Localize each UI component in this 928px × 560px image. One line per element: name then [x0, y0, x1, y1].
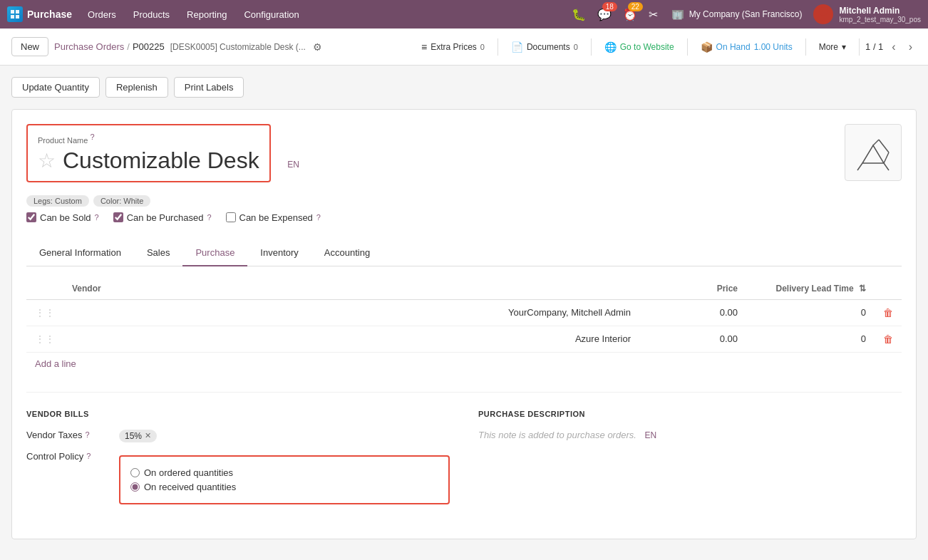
- update-quantity-button[interactable]: Update Quantity: [11, 77, 100, 98]
- product-name-label: Product Name ?: [38, 133, 259, 145]
- product-name-left: Product Name ? ☆ Customizable Desk EN Le…: [26, 124, 845, 229]
- tags-row: Legs: Custom Color: White: [26, 195, 845, 207]
- svg-line-6: [857, 163, 862, 170]
- can-be-expensed-help[interactable]: ?: [316, 213, 321, 222]
- can-be-sold-help[interactable]: ?: [95, 213, 99, 222]
- user-avatar[interactable]: [813, 4, 833, 24]
- user-name: Mitchell Admin: [839, 6, 921, 16]
- nav-configuration[interactable]: Configuration: [235, 0, 307, 28]
- tax-badge: 15% ✕: [119, 430, 157, 442]
- nav-reporting[interactable]: Reporting: [178, 0, 235, 28]
- can-be-sold-checkbox[interactable]: [26, 212, 36, 222]
- can-be-expensed-checkbox[interactable]: [226, 212, 236, 222]
- delete-vendor-2[interactable]: 🗑: [883, 333, 893, 345]
- svg-marker-5: [862, 145, 884, 163]
- app-name: Purchase: [27, 9, 72, 20]
- nav-orders[interactable]: Orders: [79, 0, 125, 28]
- purchase-description-section: PURCHASE DESCRIPTION This note is added …: [478, 410, 902, 513]
- radio-received-label: On received quantities: [144, 482, 236, 492]
- vendor-price-2[interactable]: 0.00: [720, 333, 738, 344]
- radio-ordered-input[interactable]: [130, 468, 140, 477]
- scissors-icon[interactable]: ✂: [646, 5, 661, 24]
- nav-products[interactable]: Products: [125, 0, 178, 28]
- product-title: ☆ Customizable Desk: [38, 147, 259, 174]
- can-be-purchased-help[interactable]: ?: [207, 213, 211, 222]
- product-name-text[interactable]: Customizable Desk: [63, 147, 259, 174]
- divider-3: [687, 38, 688, 56]
- breadcrumb-parent[interactable]: Purchase Orders: [54, 41, 124, 52]
- svg-line-8: [873, 140, 879, 145]
- company-building-icon: 🏢: [672, 10, 684, 19]
- vendor-lead-2[interactable]: 0: [861, 333, 866, 344]
- tab-general-information[interactable]: General Information: [26, 240, 134, 266]
- purchase-desc-en-badge[interactable]: EN: [644, 430, 656, 440]
- tab-inventory[interactable]: Inventory: [247, 240, 311, 266]
- documents-button[interactable]: 📄 Documents 0: [504, 38, 585, 56]
- debug-icon[interactable]: 🐛: [569, 5, 589, 24]
- vendor-lead-1[interactable]: 0: [861, 307, 866, 318]
- settings-gear-icon[interactable]: ⚙: [313, 41, 322, 53]
- extra-prices-button[interactable]: ≡ Extra Prices 0: [414, 38, 492, 56]
- extra-prices-label: Extra Prices: [431, 42, 477, 52]
- drag-handle-1[interactable]: ⋮⋮: [35, 307, 55, 318]
- th-drag: [26, 278, 63, 300]
- page-total: 1: [878, 41, 883, 52]
- go-to-website-button[interactable]: 🌐 Go to Website: [597, 38, 681, 56]
- product-name-box: Product Name ? ☆ Customizable Desk: [26, 124, 271, 182]
- favorite-star-icon[interactable]: ☆: [38, 149, 56, 172]
- tax-remove-icon[interactable]: ✕: [145, 431, 151, 440]
- activities-icon-wrap[interactable]: ⏰ 22: [620, 5, 640, 24]
- delete-vendor-1[interactable]: 🗑: [883, 307, 893, 318]
- can-be-expensed-label: Can be Expensed: [239, 212, 313, 223]
- control-policy-help[interactable]: ?: [86, 452, 91, 460]
- breadcrumb-bar: New Purchase Orders / P00225 [DESK0005] …: [0, 28, 928, 66]
- more-chevron-icon: ▾: [842, 42, 846, 52]
- app-logo[interactable]: Purchase: [7, 6, 72, 22]
- new-button[interactable]: New: [11, 37, 48, 56]
- extra-prices-count: 0: [480, 43, 485, 51]
- control-policy-row: Control Policy ? On ordered quantities: [26, 451, 450, 504]
- can-be-purchased-checkbox[interactable]: [113, 212, 123, 222]
- filter-icon[interactable]: ⇅: [859, 284, 866, 294]
- vendor-bills-section: VENDOR BILLS Vendor Taxes ? 15% ✕: [26, 410, 450, 513]
- purchase-desc-placeholder[interactable]: This note is added to purchase orders.: [478, 430, 636, 440]
- messages-icon-wrap[interactable]: 💬 18: [594, 5, 614, 24]
- drag-handle-2[interactable]: ⋮⋮: [35, 333, 55, 345]
- radio-ordered: On ordered quantities: [130, 467, 438, 478]
- tab-sales[interactable]: Sales: [134, 240, 183, 266]
- can-be-expensed-item: Can be Expensed ?: [226, 212, 321, 223]
- tab-purchase[interactable]: Purchase: [182, 240, 247, 266]
- on-hand-button[interactable]: 📦 On Hand 1.00 Units: [694, 38, 800, 56]
- box-icon: 📦: [701, 41, 713, 53]
- main-content: Update Quantity Replenish Print Labels P…: [0, 66, 928, 551]
- vendor-taxes-help[interactable]: ?: [86, 430, 90, 439]
- sections-row: VENDOR BILLS Vendor Taxes ? 15% ✕: [26, 392, 902, 513]
- vendor-table: Vendor Price Delivery Lead Time ⇅ ⋮⋮ You…: [26, 278, 902, 353]
- product-name-help[interactable]: ?: [90, 133, 94, 141]
- company-info: 🏢 My Company (San Francisco): [672, 9, 803, 19]
- radio-received-input[interactable]: [130, 482, 140, 492]
- messages-badge: 18: [602, 2, 617, 11]
- tag-legs[interactable]: Legs: Custom: [26, 195, 89, 207]
- control-policy-value: On ordered quantities On received quanti…: [119, 451, 450, 504]
- print-labels-button[interactable]: Print Labels: [174, 77, 244, 98]
- vendor-name-1[interactable]: YourCompany, Mitchell Admin: [508, 307, 631, 318]
- control-policy-box: On ordered quantities On received quanti…: [119, 455, 450, 504]
- next-page-button[interactable]: ›: [904, 39, 917, 55]
- vendor-price-1[interactable]: 0.00: [720, 307, 738, 318]
- more-button[interactable]: More ▾: [812, 38, 853, 56]
- add-line-button[interactable]: Add a line: [26, 353, 85, 375]
- product-image[interactable]: [845, 124, 902, 181]
- prev-page-button[interactable]: ‹: [887, 39, 899, 55]
- tab-accounting[interactable]: Accounting: [311, 240, 383, 266]
- delivery-lead-time-label: Delivery Lead Time: [775, 284, 853, 294]
- tag-color[interactable]: Color: White: [93, 195, 151, 207]
- debug-icon-wrap: 🐛: [569, 5, 589, 24]
- user-company: kmp_2_test_may_30_pos: [839, 16, 921, 24]
- pagination: 1 / 1 ‹ ›: [865, 39, 917, 55]
- on-hand-value: 1.00 Units: [754, 42, 793, 52]
- replenish-button[interactable]: Replenish: [105, 77, 168, 98]
- radio-ordered-label: On ordered quantities: [144, 467, 233, 478]
- vendor-name-2[interactable]: Azure Interior: [575, 333, 631, 344]
- product-name-en-badge[interactable]: EN: [287, 160, 299, 170]
